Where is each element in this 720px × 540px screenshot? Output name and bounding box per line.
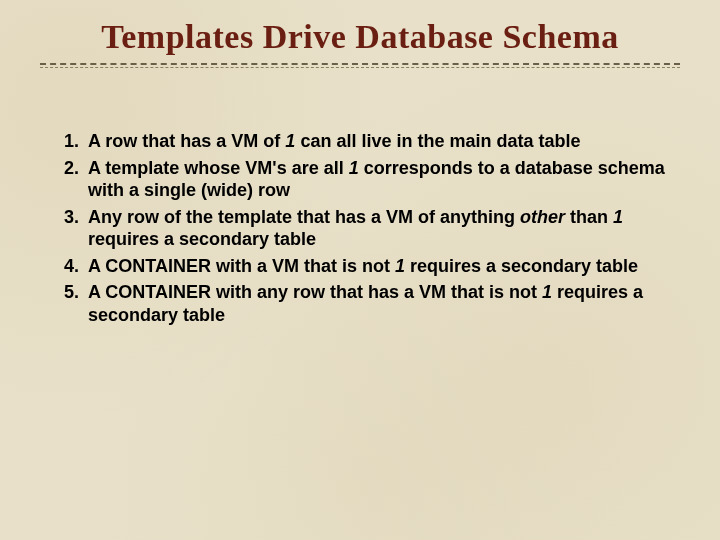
- list-text: can all live in the main data table: [295, 131, 580, 151]
- list-item: A template whose VM's are all 1 correspo…: [84, 157, 670, 202]
- list-text: requires a secondary table: [405, 256, 638, 276]
- list-text-em: 1: [285, 131, 295, 151]
- list-item: A row that has a VM of 1 can all live in…: [84, 130, 670, 153]
- list-text-em: 1: [542, 282, 552, 302]
- bullet-list: A row that has a VM of 1 can all live in…: [40, 130, 680, 326]
- list-text-em: 1: [349, 158, 359, 178]
- list-item: A CONTAINER with any row that has a VM t…: [84, 281, 670, 326]
- list-text: requires a secondary table: [88, 229, 316, 249]
- list-text-em: other: [520, 207, 565, 227]
- list-text: than: [565, 207, 613, 227]
- list-text: A row that has a VM of: [88, 131, 285, 151]
- list-text-em: 1: [395, 256, 405, 276]
- slide: Templates Drive Database Schema A row th…: [0, 0, 720, 540]
- list-text: A template whose VM's are all: [88, 158, 349, 178]
- slide-title: Templates Drive Database Schema: [40, 18, 680, 56]
- title-divider: [40, 62, 680, 70]
- list-text: A CONTAINER with any row that has a VM t…: [88, 282, 542, 302]
- list-item: Any row of the template that has a VM of…: [84, 206, 670, 251]
- list-item: A CONTAINER with a VM that is not 1 requ…: [84, 255, 670, 278]
- list-text: Any row of the template that has a VM of…: [88, 207, 520, 227]
- list-text-em: 1: [613, 207, 623, 227]
- list-text: A CONTAINER with a VM that is not: [88, 256, 395, 276]
